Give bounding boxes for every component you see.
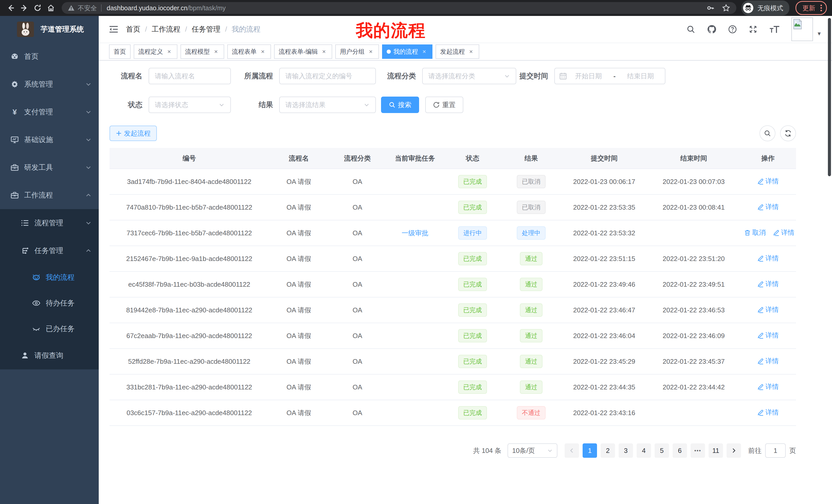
browser-update-button[interactable]: 更新 bbox=[796, 1, 827, 15]
address-bar[interactable]: 不安全 dashboard.yudao.iocoder.cn /bpm/task… bbox=[62, 2, 736, 14]
dashboard-icon bbox=[10, 52, 19, 61]
close-icon[interactable]: × bbox=[467, 48, 475, 55]
result-select[interactable]: 请选择流结果 bbox=[279, 96, 376, 113]
browser-back-button[interactable] bbox=[5, 2, 17, 13]
detail-link[interactable]: 详情 bbox=[757, 279, 779, 288]
cell-id: 03c6c157-7b9a-11ec-a290-acde48001122 bbox=[109, 400, 269, 426]
detail-link[interactable]: 详情 bbox=[757, 382, 779, 391]
sidebar-item-leave-query[interactable]: 请假查询 bbox=[0, 342, 99, 369]
url-domain[interactable]: dashboard.yudao.iocoder.cn bbox=[107, 4, 187, 12]
sidebar-item-my-process[interactable]: 我的流程 bbox=[0, 264, 99, 290]
user-avatar[interactable]: ▼ bbox=[791, 18, 822, 41]
key-icon[interactable] bbox=[706, 4, 715, 12]
security-warning-icon[interactable] bbox=[68, 5, 75, 11]
start-date-placeholder[interactable]: 开始日期 bbox=[569, 72, 608, 81]
status-badge: 已完成 bbox=[458, 175, 487, 188]
cell-end-time bbox=[647, 220, 740, 246]
tab-home[interactable]: 首页 bbox=[109, 45, 131, 59]
close-icon[interactable]: × bbox=[259, 48, 266, 55]
bookmark-star-icon[interactable] bbox=[722, 4, 730, 12]
close-icon[interactable]: × bbox=[212, 48, 219, 55]
browser-menu-icon[interactable] bbox=[821, 5, 822, 11]
prev-page-button[interactable] bbox=[565, 443, 579, 458]
goto-page-input[interactable]: 1 bbox=[765, 443, 786, 458]
table-search-toggle-button[interactable] bbox=[759, 125, 775, 141]
app-logo[interactable]: 芋道管理系统 bbox=[0, 16, 99, 43]
url-path[interactable]: /bpm/task/my bbox=[187, 4, 226, 12]
parent-process-input[interactable]: 请输入流程定义的编号 bbox=[279, 68, 376, 84]
breadcrumb-workflow[interactable]: 工作流程 bbox=[152, 24, 181, 34]
process-name-input[interactable]: 请输入流程名 bbox=[149, 68, 231, 84]
font-size-icon[interactable] bbox=[769, 25, 780, 33]
tab-process-form[interactable]: 流程表单× bbox=[227, 45, 271, 59]
chevron-down-icon[interactable]: ▼ bbox=[816, 31, 822, 37]
filter-row-2: 状态 请选择状态 结果 请选择流结果 搜索 重置 bbox=[109, 96, 796, 113]
detail-link[interactable]: 详情 bbox=[757, 357, 779, 366]
cancel-link[interactable]: 取消 bbox=[744, 228, 766, 237]
scrollbar-thumb[interactable] bbox=[828, 18, 831, 176]
sidebar-item-todo-tasks[interactable]: 待办任务 bbox=[0, 290, 99, 316]
sidebar-item-workflow[interactable]: 工作流程 bbox=[0, 181, 99, 209]
result-badge: 通过 bbox=[520, 303, 543, 317]
detail-link[interactable]: 详情 bbox=[757, 202, 779, 212]
close-icon[interactable]: × bbox=[367, 48, 374, 55]
tab-start-process[interactable]: 发起流程× bbox=[436, 45, 479, 59]
tab-process-form-edit[interactable]: 流程表单-编辑× bbox=[274, 45, 332, 59]
breadcrumb-home[interactable]: 首页 bbox=[126, 24, 140, 34]
cell-current-task bbox=[386, 348, 444, 374]
browser-forward-button[interactable] bbox=[19, 2, 30, 13]
detail-link[interactable]: 详情 bbox=[757, 177, 779, 186]
close-icon[interactable]: × bbox=[165, 48, 173, 55]
detail-link[interactable]: 详情 bbox=[757, 305, 779, 314]
sidebar-item-done-tasks[interactable]: 已办任务 bbox=[0, 316, 99, 342]
detail-link[interactable]: 详情 bbox=[757, 254, 779, 263]
tab-process-model[interactable]: 流程模型× bbox=[181, 45, 224, 59]
sidebar-item-system[interactable]: 系统管理 bbox=[0, 71, 99, 98]
sidebar-item-task-mgmt[interactable]: 任务管理 bbox=[0, 237, 99, 264]
sidebar-collapse-icon[interactable] bbox=[109, 25, 118, 33]
next-page-button[interactable] bbox=[727, 443, 741, 458]
detail-link[interactable]: 详情 bbox=[773, 228, 795, 237]
page-ellipsis[interactable]: ••• bbox=[691, 443, 705, 458]
security-label[interactable]: 不安全 bbox=[78, 4, 97, 12]
search-icon[interactable] bbox=[686, 25, 695, 34]
search-button[interactable]: 搜索 bbox=[381, 96, 419, 113]
github-icon[interactable] bbox=[707, 25, 716, 34]
update-label[interactable]: 更新 bbox=[802, 4, 815, 12]
table-refresh-button[interactable] bbox=[780, 125, 796, 141]
close-icon[interactable]: × bbox=[421, 48, 428, 55]
page-5[interactable]: 5 bbox=[655, 443, 669, 458]
help-icon[interactable] bbox=[728, 25, 737, 34]
page-1[interactable]: 1 bbox=[582, 443, 597, 458]
sidebar-item-process-mgmt[interactable]: 流程管理 bbox=[0, 209, 99, 237]
sidebar-item-devtools[interactable]: 研发工具 bbox=[0, 153, 99, 181]
category-select[interactable]: 请选择流程分类 bbox=[422, 68, 516, 84]
fullscreen-icon[interactable] bbox=[749, 25, 757, 34]
sidebar-item-payment[interactable]: ¥支付管理 bbox=[0, 98, 99, 126]
tab-my-process[interactable]: 我的流程× bbox=[382, 45, 433, 59]
detail-link[interactable]: 详情 bbox=[757, 408, 779, 417]
start-process-button[interactable]: 发起流程 bbox=[109, 125, 157, 141]
sidebar-item-infra[interactable]: 基础设施 bbox=[0, 126, 99, 153]
detail-link[interactable]: 详情 bbox=[757, 331, 779, 340]
browser-reload-button[interactable] bbox=[32, 2, 43, 13]
page-11[interactable]: 11 bbox=[709, 443, 723, 458]
tab-user-group[interactable]: 用户分组× bbox=[335, 45, 379, 59]
end-date-placeholder[interactable]: 结束日期 bbox=[621, 72, 660, 81]
page-size-select[interactable]: 10条/页 bbox=[508, 443, 557, 458]
page-2[interactable]: 2 bbox=[601, 443, 615, 458]
breadcrumb-task-mgmt[interactable]: 任务管理 bbox=[192, 24, 220, 34]
submit-time-range-picker[interactable]: 开始日期 - 结束日期 bbox=[554, 68, 666, 84]
current-task-link[interactable]: 一级审批 bbox=[401, 229, 428, 237]
browser-home-button[interactable] bbox=[45, 2, 57, 13]
tab-process-definition[interactable]: 流程定义× bbox=[134, 45, 177, 59]
sidebar-item-home[interactable]: 首页 bbox=[0, 43, 99, 71]
cell-actions: 详情 bbox=[740, 246, 796, 272]
cell-id: 67c2eaab-7b9a-11ec-a290-acde48001122 bbox=[109, 323, 269, 348]
status-select[interactable]: 请选择状态 bbox=[149, 96, 231, 113]
close-icon[interactable]: × bbox=[320, 48, 328, 55]
page-6[interactable]: 6 bbox=[673, 443, 687, 458]
page-4[interactable]: 4 bbox=[636, 443, 651, 458]
reset-button[interactable]: 重置 bbox=[425, 96, 463, 113]
page-3[interactable]: 3 bbox=[619, 443, 633, 458]
